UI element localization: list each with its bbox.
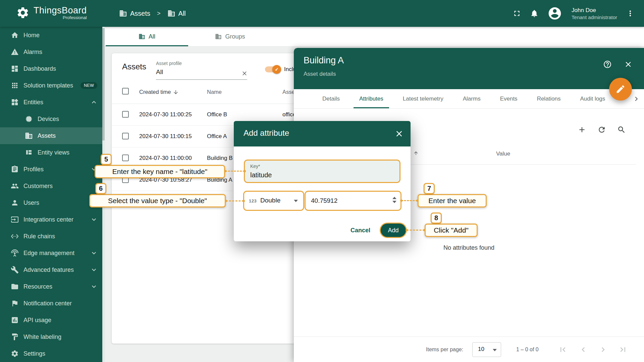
sort-asc-arrow-icon[interactable] (413, 150, 419, 156)
tab-alarms[interactable]: Alarms (453, 89, 490, 108)
attribute-key-input[interactable] (250, 170, 394, 180)
cancel-button[interactable]: Cancel (348, 224, 373, 237)
value-type-selected: Double (260, 197, 280, 204)
brand-edition: Professional (34, 15, 87, 20)
column-header-value[interactable]: Value (496, 150, 510, 157)
sidebar-item-rule-chains[interactable]: Rule chains (0, 228, 105, 245)
sidebar-item-entity-views[interactable]: Entity views (0, 144, 105, 161)
tab-details[interactable]: Details (313, 89, 350, 108)
top-bar: ThingsBoard Professional Assets > All Jo… (0, 0, 644, 27)
items-per-page-select[interactable]: 10 (472, 342, 501, 357)
chevron-up-icon (90, 98, 98, 106)
first-page-icon[interactable] (558, 345, 568, 354)
thingsboard-logo[interactable]: ThingsBoard Professional (16, 5, 87, 20)
chevron-down-icon (90, 283, 98, 291)
sidebar-item-notification-center[interactable]: Notification center (0, 295, 105, 312)
filter-clear-icon[interactable] (241, 70, 248, 77)
number-stepper[interactable] (392, 197, 396, 203)
callout-step-8-number: 8 (431, 213, 442, 224)
last-page-icon[interactable] (618, 345, 628, 354)
drawer-tabs: Details Attributes Latest telemetry Alar… (294, 89, 644, 109)
asset-profile-filter-select[interactable]: All (156, 68, 163, 76)
refresh-icon[interactable] (597, 125, 606, 134)
value-type-select[interactable]: 123 Double (244, 192, 303, 210)
stepper-up-icon[interactable] (392, 197, 396, 199)
notification-flag-icon (11, 299, 19, 307)
stepper-down-icon[interactable] (392, 201, 396, 203)
close-icon[interactable] (624, 60, 633, 69)
sidebar-item-devices[interactable]: Devices (0, 111, 105, 127)
column-header-name[interactable]: Name (207, 89, 222, 95)
tabs-scroll-right-icon[interactable] (632, 89, 641, 109)
solution-templates-icon (11, 81, 19, 89)
tab-events[interactable]: Events (490, 89, 527, 108)
sidebar-item-white-labeling[interactable]: White labeling (0, 328, 105, 345)
drawer-title: Building A (304, 55, 344, 66)
column-header-created-time[interactable]: Created time (139, 89, 179, 95)
attribute-value-input[interactable] (311, 196, 385, 205)
sidebar-item-dashboards[interactable]: Dashboards (0, 60, 105, 77)
row-checkbox[interactable] (122, 155, 129, 161)
help-icon[interactable] (603, 60, 612, 69)
sort-desc-arrow-icon (173, 89, 179, 95)
tab-latest-telemetry[interactable]: Latest telemetry (393, 89, 453, 108)
toggle-knob-check-icon (272, 65, 281, 74)
include-customers-toggle[interactable] (265, 66, 280, 72)
tab-groups[interactable]: Groups (188, 27, 272, 46)
building-icon (167, 9, 175, 17)
edit-fab-button[interactable] (609, 78, 632, 101)
notifications-bell-icon[interactable] (530, 9, 539, 18)
sidebar-item-assets[interactable]: Assets (0, 127, 105, 144)
tab-attributes[interactable]: Attributes (350, 89, 393, 108)
previous-page-icon[interactable] (579, 345, 588, 354)
user-name: John Doe (572, 7, 617, 14)
sidebar-item-edge-management[interactable]: Edge management (0, 245, 105, 261)
sidebar-item-resources[interactable]: Resources (0, 278, 105, 295)
sidebar-item-profiles[interactable]: Profiles (0, 161, 105, 178)
avatar[interactable] (547, 6, 562, 21)
paginator: Items per page: 10 1 – 0 of 0 (294, 337, 644, 362)
add-attribute-icon[interactable] (578, 125, 586, 134)
add-button[interactable]: Add (381, 224, 406, 237)
user-role: Tenant administrator (572, 14, 617, 20)
sidebar-item-api-usage[interactable]: API usage (0, 312, 105, 328)
row-checkbox[interactable] (122, 133, 129, 139)
sidebar-item-entities[interactable]: Entities (0, 94, 105, 111)
advanced-features-icon (11, 266, 19, 274)
sidebar-nav: Home Alarms Dashboards Solution template… (0, 27, 105, 362)
breadcrumb-assets[interactable]: Assets (119, 9, 150, 17)
logo-gear-icon (16, 6, 30, 19)
row-checkbox[interactable] (122, 111, 129, 118)
tab-audit-logs[interactable]: Audit logs (571, 89, 615, 108)
sidebar-item-integrations-center[interactable]: Integrations center (0, 211, 105, 228)
integrations-icon (11, 216, 19, 224)
user-info[interactable]: John Doe Tenant administrator (572, 7, 617, 20)
sidebar-item-solution-templates[interactable]: Solution templatesNEW (0, 77, 105, 94)
search-icon[interactable] (617, 125, 626, 134)
callout-connector-line (407, 230, 425, 231)
next-page-icon[interactable] (598, 345, 608, 354)
filter-underline (156, 79, 247, 80)
drawer-header: Building A Asset details (294, 48, 644, 89)
sidebar-scrollbar-thumb[interactable] (102, 28, 105, 140)
tab-all[interactable]: All (106, 27, 188, 46)
select-all-checkbox[interactable] (122, 88, 129, 95)
dialog-title: Add attribute (244, 128, 289, 138)
breadcrumb-all[interactable]: All (167, 9, 186, 17)
more-vert-icon[interactable] (626, 9, 635, 18)
sidebar-item-alarms[interactable]: Alarms (0, 44, 105, 60)
building-icon (139, 33, 145, 40)
chevron-down-icon (493, 349, 497, 351)
sidebar-item-advanced-features[interactable]: Advanced features (0, 261, 105, 278)
dashboards-icon (11, 65, 19, 73)
key-field-label: Key* (250, 164, 260, 169)
resources-folder-icon (11, 283, 19, 291)
chevron-down-icon (90, 266, 98, 274)
sidebar-item-customers[interactable]: Customers (0, 178, 105, 194)
close-icon[interactable] (394, 129, 404, 138)
sidebar-item-home[interactable]: Home (0, 27, 105, 44)
tab-relations[interactable]: Relations (527, 89, 571, 108)
items-per-page-label: Items per page: (426, 347, 463, 353)
fullscreen-icon[interactable] (513, 9, 521, 18)
sidebar-item-settings[interactable]: Settings (0, 345, 105, 362)
